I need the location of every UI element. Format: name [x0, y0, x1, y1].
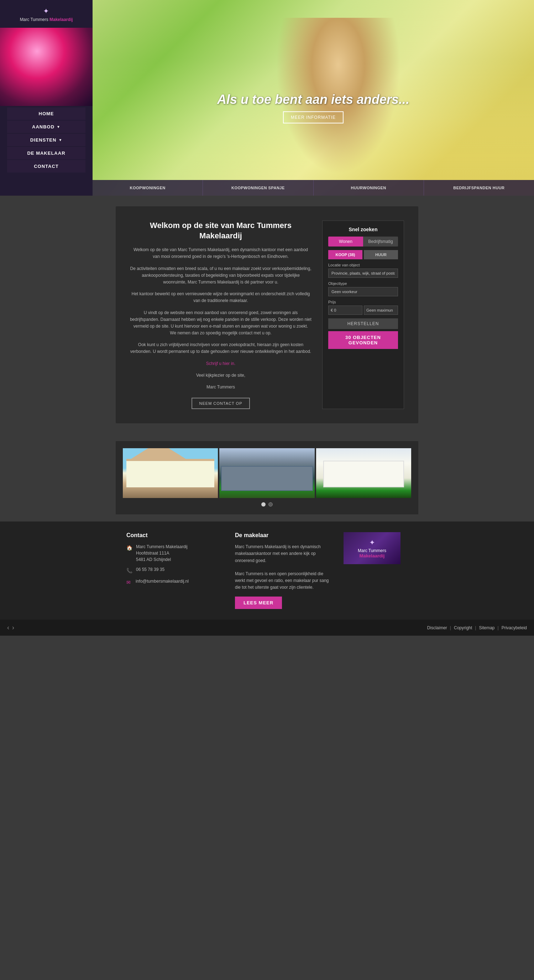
- tab-bedrijfsmatig[interactable]: Bedrijfsmatig: [363, 237, 398, 247]
- white-building: [323, 461, 404, 487]
- gallery-dots: [123, 498, 411, 511]
- bottom-bar: ‹ › Disclaimer | Copyright | Sitemap | P…: [0, 620, 534, 636]
- gallery-dot-1[interactable]: [261, 502, 266, 506]
- gallery-images: [123, 448, 411, 498]
- link-copyright[interactable]: Copyright: [454, 625, 472, 630]
- footer-makelaar-title: De makelaar: [235, 532, 329, 539]
- footer-makelaar: De makelaar Marc Tummers Makelaardij is …: [235, 532, 329, 609]
- nav-diensten[interactable]: DIENSTEN ▼: [7, 134, 85, 146]
- footer-contact-title: Contact: [126, 532, 221, 539]
- footer-inner: Contact 🏠 Marc Tummers Makelaardij Hoofd…: [116, 532, 418, 609]
- nav-koopwoningen[interactable]: KOOPWONINGEN: [92, 180, 203, 196]
- objecttype-select[interactable]: Geen voorkeur: [328, 287, 398, 296]
- welcome-signature: Marc Tummers: [130, 384, 311, 391]
- prijs-min-select[interactable]: € 0: [328, 305, 362, 315]
- search-widget: Snel zoeken Wonen Bedrijfsmatig KOOP (38…: [322, 221, 404, 409]
- search-title: Snel zoeken: [328, 227, 398, 232]
- next-arrow[interactable]: ›: [12, 624, 14, 632]
- koop-huur-row: KOOP (38) HUUR: [328, 250, 398, 259]
- tab-wonen[interactable]: Wonen: [328, 237, 363, 247]
- prijs-label: Prijs: [328, 300, 398, 304]
- home-icon: 🏠: [126, 544, 132, 552]
- nav-contact[interactable]: CONTACT: [7, 160, 85, 172]
- prijs-max-select[interactable]: Geen maximun: [364, 305, 398, 315]
- footer-address: 🏠 Marc Tummers Makelaardij Hoofdstraat 1…: [126, 544, 221, 563]
- link-disclaimer[interactable]: Disclaimer: [427, 625, 447, 630]
- hero-main-text: Als u toe bent aan iets anders...: [217, 92, 410, 107]
- nav-home[interactable]: HOME: [7, 107, 85, 120]
- main-content: Welkom op de site van Marc Tummers Makel…: [0, 196, 534, 434]
- footer-contact: Contact 🏠 Marc Tummers Makelaardij Hoofd…: [126, 532, 221, 609]
- chevron-down-icon: ▼: [57, 125, 61, 129]
- footer-makelaar-text2: Marc Tummers is een open persoonlijkheid…: [235, 571, 329, 591]
- footer-logo-box: ✦ Marc Tummers Makelaardij: [344, 532, 400, 564]
- footer-email: ✉ info@tumbersmakelaardij.nl: [126, 578, 221, 586]
- bottom-links: Disclaimer | Copyright | Sitemap | Priva…: [427, 625, 527, 630]
- gallery-image-villa: [123, 448, 218, 498]
- footer-street: Hoofdstraat 111A: [136, 550, 169, 556]
- huur-button[interactable]: HUUR: [364, 250, 398, 259]
- footer-logo-brand: Marc Tummers Makelaardij: [358, 548, 386, 558]
- logo-icon: ✦: [20, 6, 73, 16]
- hero-background: Als u toe bent aan iets anders... MEER I…: [92, 0, 534, 196]
- link-privacybeleid[interactable]: Privacybeleid: [502, 625, 527, 630]
- meer-informatie-button[interactable]: MEER INFORMATIE: [283, 111, 344, 123]
- site-logo: ✦ Marc Tummers Makelaardij: [16, 0, 77, 28]
- neem-contact-op-button[interactable]: NEEM CONTACT OP: [191, 398, 250, 409]
- welcome-para-1: Welkom op de site van Marc Tummers Makel…: [130, 247, 311, 260]
- hero-overlay: Als u toe bent aan iets anders... MEER I…: [217, 92, 410, 123]
- email-icon: ✉: [126, 579, 132, 586]
- footer-email-address: info@tumbersmakelaardij.nl: [135, 578, 189, 584]
- welcome-para-2: De activiteiten omvatten een breed scala…: [130, 266, 311, 286]
- page-arrows: ‹ ›: [7, 624, 14, 632]
- welcome-section: Welkom op de site van Marc Tummers Makel…: [130, 221, 311, 409]
- welcome-title: Welkom op de site van Marc Tummers Makel…: [130, 221, 311, 241]
- schrijf-link: Schrijf u hier in.: [130, 360, 311, 367]
- lees-meer-button[interactable]: LEES MEER: [235, 597, 282, 609]
- price-row: € 0 Geen maximun: [328, 305, 398, 315]
- zoeken-button[interactable]: 30 OBJECTEN GEVONDEN: [328, 331, 398, 349]
- footer-phone-number: 06 55 78 39 35: [136, 566, 164, 573]
- footer-logo-icon: ✦: [369, 538, 375, 547]
- hero-bottom-nav: KOOPWONINGEN KOOPWONINGEN SPANJE HUURWON…: [92, 180, 534, 196]
- chevron-down-icon: ▼: [58, 138, 62, 142]
- nav-huurwoningen[interactable]: HUURWONINGEN: [314, 180, 424, 196]
- gallery-image-modern: [219, 448, 314, 498]
- nav-bedrijfspanden[interactable]: BEDRIJFSPANDEN HUUR: [424, 180, 534, 196]
- nav-menu: HOME AANBOD ▼ DIENSTEN ▼ DE MAKELAAR CON…: [0, 106, 92, 174]
- hero-section: ✦ Marc Tummers Makelaardij HOME AANBOD ▼…: [0, 0, 534, 196]
- gallery-dot-2[interactable]: [268, 502, 273, 506]
- phone-icon: 📞: [126, 567, 132, 574]
- content-card: Welkom op de site van Marc Tummers Makel…: [116, 206, 418, 423]
- locatie-select[interactable]: Provincie, plaats, wijk, straat of postc…: [328, 269, 398, 278]
- herstellen-button[interactable]: HERSTELLEN: [328, 318, 398, 329]
- footer-makelaar-text1: Marc Tummers Makelaardij is een dynamisc…: [235, 544, 329, 564]
- footer: Contact 🏠 Marc Tummers Makelaardij Hoofd…: [0, 522, 534, 620]
- welcome-para-3: Het kantoor bewerkt op een vernieuwende …: [130, 291, 311, 304]
- footer-logo-col: ✦ Marc Tummers Makelaardij: [344, 532, 408, 609]
- footer-city: 5481 AD Schijndel: [136, 557, 171, 562]
- nav-demakelaar[interactable]: DE MAKELAAR: [7, 147, 85, 159]
- brand-name: Marc Tummers Makelaardij: [20, 17, 73, 23]
- link-sitemap[interactable]: Sitemap: [479, 625, 494, 630]
- footer-company: Marc Tummers Makelaardij: [136, 544, 188, 549]
- welcome-closing: Veel kijkplezier op de site,: [130, 372, 311, 379]
- gallery-image-white: [316, 448, 411, 498]
- nav-koopwoningen-spanje[interactable]: KOOPWONINGEN SPANJE: [203, 180, 313, 196]
- villa-building: [126, 459, 214, 487]
- prev-arrow[interactable]: ‹: [7, 624, 9, 632]
- gallery-section: [116, 441, 418, 514]
- footer-phone: 📞 06 55 78 39 35: [126, 566, 221, 574]
- search-tabs: Wonen Bedrijfsmatig: [328, 237, 398, 247]
- objecttype-label: Objecttype: [328, 282, 398, 286]
- welcome-para-5: Ook kunt u zich vrijblijvend inschrijven…: [130, 342, 311, 355]
- welcome-para-4: U vindt op de website een mooi aanbod va…: [130, 309, 311, 337]
- koop-button[interactable]: KOOP (38): [328, 250, 362, 259]
- modern-building: [221, 466, 312, 491]
- villa-roof: [130, 448, 187, 460]
- sidebar-tulip-image: [0, 28, 92, 106]
- tulip-decoration: [0, 28, 92, 106]
- sidebar: ✦ Marc Tummers Makelaardij HOME AANBOD ▼…: [0, 0, 92, 196]
- locatie-label: Locatie van object: [328, 263, 398, 267]
- nav-aanbod[interactable]: AANBOD ▼: [7, 121, 85, 133]
